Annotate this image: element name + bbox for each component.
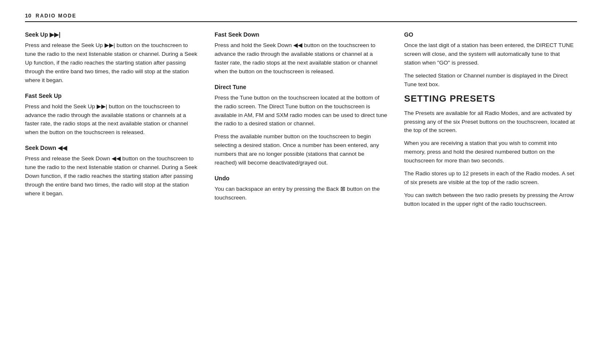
page-header: 10 RADIO MODE bbox=[25, 12, 577, 22]
section-title-seek-up: Seek Up ▶▶| bbox=[25, 31, 198, 38]
section-title-direct-tune: Direct Tune bbox=[215, 84, 387, 90]
section-title-fast-seek-down: Fast Seek Down bbox=[215, 31, 387, 38]
page-number: 10 bbox=[25, 12, 31, 19]
section-body-direct-tune-body2: Press the available number button on the… bbox=[215, 132, 387, 167]
section-body-setting-presets-3: The Radio stores up to 12 presets in eac… bbox=[404, 170, 577, 187]
section-body-go: Once the last digit of a station has bee… bbox=[404, 41, 577, 67]
page-section-title: RADIO MODE bbox=[35, 13, 76, 19]
column-1: Seek Up ▶▶|Press and release the Seek Up… bbox=[25, 31, 198, 213]
section-body-setting-presets: The Presets are available for all Radio … bbox=[404, 109, 577, 135]
page-container: 10 RADIO MODE Seek Up ▶▶|Press and relea… bbox=[0, 0, 602, 229]
section-title-seek-down: Seek Down ◀◀ bbox=[25, 145, 198, 151]
section-title-undo: Undo bbox=[215, 175, 387, 182]
section-body-fast-seek-up: Press and hold the Seek Up ▶▶| button on… bbox=[25, 102, 198, 137]
section-body-direct-tune: Press the Tune button on the touchscreen… bbox=[215, 94, 387, 129]
column-3: GOOnce the last digit of a station has b… bbox=[404, 31, 577, 213]
section-body-undo: You can backspace an entry by pressing t… bbox=[215, 185, 387, 202]
section-body-setting-presets-2: When you are receiving a station that yo… bbox=[404, 139, 577, 165]
section-title-fast-seek-up: Fast Seek Up bbox=[25, 92, 198, 99]
section-title-go: GO bbox=[404, 31, 577, 38]
column-2: Fast Seek DownPress and hold the Seek Do… bbox=[215, 31, 387, 213]
section-body-setting-presets-4: You can switch between the two radio pre… bbox=[404, 191, 577, 209]
section-body-seek-up: Press and release the Seek Up ▶▶| button… bbox=[25, 41, 198, 85]
section-body-fast-seek-down: Press and hold the Seek Down ◀◀ button o… bbox=[215, 41, 387, 76]
section-body-seek-down: Press and release the Seek Down ◀◀ butto… bbox=[25, 155, 198, 198]
section-body-go-body2: The selected Station or Channel number i… bbox=[404, 72, 577, 89]
content-columns: Seek Up ▶▶|Press and release the Seek Up… bbox=[25, 31, 577, 213]
big-section-title-setting-presets: SETTING PRESETS bbox=[404, 93, 577, 104]
